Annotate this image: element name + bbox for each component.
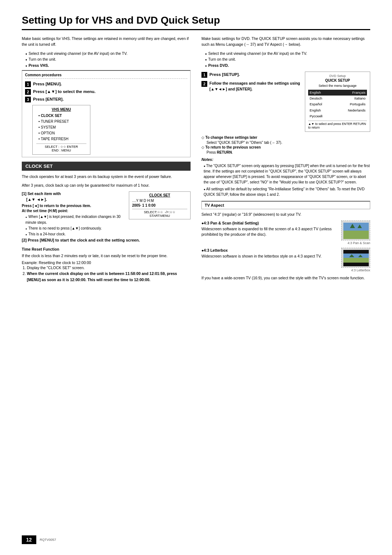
clock-set-intro1: The clock operates for at least 3 years … (22, 174, 191, 180)
clock-set-right: CLOCK SET ....Y M D H:M 2005· 1 1 0:00 S… (129, 191, 191, 237)
right-bullet-2: Turn on the unit. (205, 56, 370, 62)
dvd-lang-english: English Français (308, 90, 367, 96)
clock-bullets: When [▲▼] is kept pressed, the indicatio… (25, 214, 123, 237)
vhs-menu-item-2: TUNER PRESET (36, 119, 86, 125)
page: Setting Up for VHS and DVD Quick Setup M… (0, 0, 392, 555)
left-bullet-list: Select the unit viewing channel (or the … (25, 50, 191, 69)
clock-bullet-3: This is a 24-hour clock. (25, 231, 123, 237)
letterbox-image-area: 4:3 Letterbox (341, 248, 370, 272)
dvd-setup-title: QUICK SETUP (308, 78, 367, 82)
notes-header: Notes: (201, 157, 370, 162)
return-previous-label: To return to the previous screen (201, 145, 370, 150)
return-previous-text: Press RETURN. (201, 150, 370, 154)
vhs-menu-item-5: TAPE REFRESH (36, 136, 86, 142)
change-settings-note: To change these settings later Select "Q… (201, 135, 370, 154)
vhs-menu-item-4: OPTION (36, 130, 86, 136)
common-procedures-label: Common procedures (25, 73, 187, 79)
clock-step-1-bracket: [▲▼ ◄►]. (22, 197, 123, 202)
svg-rect-2 (343, 223, 369, 231)
clock-display-footer: SELECT:☆☆ -/+:☆☆ START:MENU (132, 209, 187, 218)
dvd-lang-deutsch: Deutsch Italiano (308, 96, 367, 101)
clock-set-left: [1] Set each item with [▲▼ ◄►]. Press [◄… (22, 191, 123, 237)
time-reset-header: Time Reset Function (22, 247, 191, 251)
note-2: All settings will be default by selectin… (204, 186, 370, 197)
dvd-setup-footer: ▲▼ to select and press ENTER RETURN to r… (308, 121, 367, 129)
clock-step-2: [2] Press [MENU] to start the clock and … (22, 237, 191, 243)
pan-scan-image-area: 4:3 Pan & Scan (341, 220, 370, 245)
page-title: Setting Up for VHS and DVD Quick Setup (22, 15, 370, 30)
svg-rect-11 (343, 258, 369, 263)
note-1: The "QUICK SETUP" screen only appears by… (204, 163, 370, 185)
clock-step-1-label: [1] Set each item with (22, 191, 61, 196)
clock-step-1: [1] Set each item with (22, 191, 123, 196)
page-code: RQTV0057 (40, 538, 56, 542)
change-settings-label: To change these settings later (201, 135, 370, 141)
step-3-row: 3 Press [ENTER]. (25, 96, 187, 102)
clock-display-box: CLOCK SET ....Y M D H:M 2005· 1 1 0:00 S… (129, 191, 191, 219)
svg-rect-10 (343, 254, 369, 258)
right-step-2-text: Follow the messages and make the setting… (209, 81, 301, 92)
step-1-num: 1 (25, 81, 31, 87)
press-return-note: Press [◄] to return to the previous item… (22, 204, 123, 208)
step-3-text: Press [ENTER]. (33, 96, 64, 102)
clock-set-intro2: After 3 years, clock back up can only be… (22, 182, 191, 189)
at-set-time-note: At the set time (H:M) point: (22, 209, 123, 213)
main-content: Make basic settings for VHS. These setti… (22, 36, 370, 283)
dvd-setup-subtitle: Select the menu language (308, 84, 367, 88)
right-bullet-list: Select the unit viewing channel (or the … (205, 50, 370, 69)
dvd-steps-left: 1 Press [SETUP]. 2 Follow the messages a… (201, 72, 301, 132)
clock-display-title: CLOCK SET (132, 193, 187, 197)
clock-set-section: CLOCK SET The clock operates for at leas… (22, 162, 191, 283)
time-reset-content: If the clock is less than 2 minutes earl… (22, 253, 191, 259)
letterbox-label: 4:3 Letterbox (351, 268, 370, 272)
svg-rect-8 (343, 263, 369, 266)
common-procedures-box: Common procedures 1 Press [MENU]. 2 Pres… (22, 70, 191, 157)
dvd-lang-english2: English Nederlands (308, 108, 367, 113)
vhs-menu-footer: SELECT : ☆☆ ENTER END : MENU (36, 143, 86, 152)
numbered-list: Display the "CLOCK SET" screen. When the… (27, 265, 191, 283)
pan-scan-row: ●4:3 Pan & Scan (Initial Setting) Widesc… (201, 220, 370, 245)
pan-scan-label: 4:3 Pan & Scan (347, 241, 370, 245)
clock-header-row: ....Y M D H:M (132, 199, 187, 203)
letterbox-text: ●4:3 Letterbox Widescreen software is sh… (201, 248, 338, 259)
notes-section: Notes: The "QUICK SETUP" screen only app… (201, 157, 370, 197)
tv-aspect-header: TV Aspect (201, 201, 370, 209)
numbered-item-2: When the current clock display on the un… (27, 271, 191, 283)
clock-bullet-2: There is no need to press [▲▼] continuou… (25, 226, 123, 231)
clock-set-header: CLOCK SET (22, 162, 191, 171)
letterbox-image (341, 248, 370, 268)
step-2-row: 2 Press [▲▼] to select the menu. (25, 89, 187, 95)
dvd-setup-box: DVD Setup QUICK SETUP Select the menu la… (305, 72, 370, 132)
numbered-item-1: Display the "CLOCK SET" screen. (27, 265, 191, 271)
right-bullet-3: Press DVD. (205, 62, 370, 69)
letterbox-option: ●4:3 Letterbox Widescreen software is sh… (201, 248, 370, 272)
example-label: Example: Resetting the clock to 12:00:00 (22, 260, 191, 265)
right-step-1-num: 1 (201, 72, 207, 78)
right-intro: Make basic settings for DVD. The QUICK S… (201, 36, 370, 48)
dvd-lang-russian: Русский (308, 113, 367, 119)
tv-aspect-section: TV Aspect Select "4:3" (regular) or "16:… (201, 201, 370, 281)
svg-rect-7 (343, 250, 369, 254)
clock-set-cols: [1] Set each item with [▲▼ ◄►]. Press [◄… (22, 191, 191, 237)
step-1-text: Press [MENU]. (33, 81, 62, 87)
right-step-1: 1 Press [SETUP]. (201, 72, 301, 78)
left-bullet-3: Press VHS. (25, 62, 191, 69)
dvd-setup-header-label: DVD Setup (308, 74, 367, 78)
left-bullet-2: Turn on the unit. (25, 56, 191, 62)
vhs-menu-item-1: CLOCK SET (36, 113, 86, 119)
dvd-steps-area: 1 Press [SETUP]. 2 Follow the messages a… (201, 72, 370, 132)
right-step-2: 2 Follow the messages and make the setti… (201, 81, 301, 92)
left-column: Make basic settings for VHS. These setti… (22, 36, 191, 283)
wide-note: If you have a wide-screen TV (16:9), you… (201, 275, 370, 281)
left-intro: Make basic settings for VHS. These setti… (22, 36, 191, 48)
clock-bullet-1: When [▲▼] is kept pressed, the indicatio… (25, 214, 123, 226)
tv-aspect-intro: Select "4:3" (regular) or "16:9" (widesc… (201, 211, 370, 218)
vhs-menu-title: VHS MENU (36, 108, 86, 112)
right-step-1-text: Press [SETUP]. (209, 72, 240, 78)
svg-rect-3 (343, 231, 369, 239)
vhs-menu-display: VHS MENU CLOCK SET TUNER PRESET SYSTEM O… (32, 105, 90, 155)
right-column: Make basic settings for DVD. The QUICK S… (201, 36, 370, 283)
pan-scan-option: ●4:3 Pan & Scan (Initial Setting) Widesc… (201, 220, 370, 245)
page-footer: 12 RQTV0057 (22, 535, 370, 544)
step-3-num: 3 (25, 97, 31, 102)
